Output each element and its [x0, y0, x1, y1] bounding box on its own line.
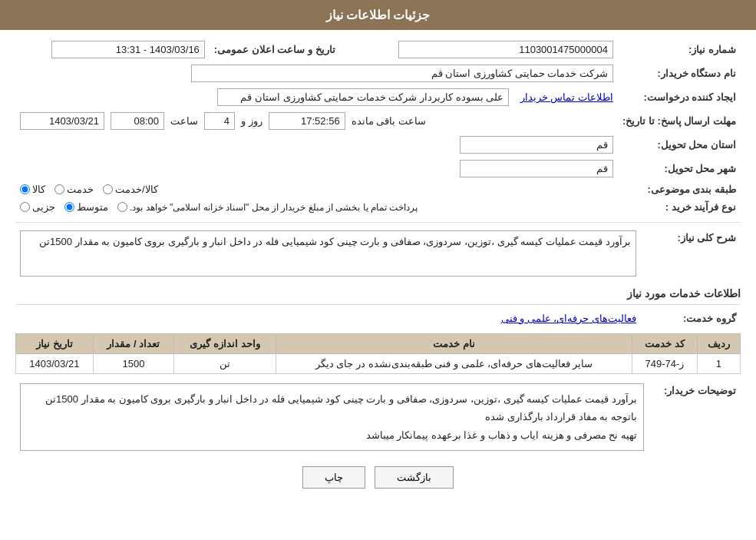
response-day-label: روز و	[241, 115, 262, 127]
service-group-link[interactable]: فعالیت‌های حرفه‌ای، علمی و فنی	[501, 313, 636, 324]
category-radio-khadmat[interactable]	[54, 184, 64, 194]
remaining-time-box: 17:52:56	[269, 112, 345, 130]
cell-unit: تن	[174, 354, 276, 374]
table-row: 1 ز-74-749 سایر فعالیت‌های حرفه‌ای، علمی…	[16, 354, 741, 374]
buyer-name-box: شرکت خدمات حمایتی کشاورزی استان قم	[191, 65, 613, 82]
cell-service-name: سایر فعالیت‌های حرفه‌ای، علمی و فنی طبقه…	[276, 354, 632, 374]
service-group-label: گروه خدمت:	[641, 310, 741, 327]
service-group-value: فعالیت‌های حرفه‌ای، علمی و فنی	[15, 310, 641, 327]
announce-label: تاریخ و ساعت اعلان عمومی:	[210, 38, 351, 61]
buyer-name-value: شرکت خدمات حمایتی کشاورزی استان قم	[15, 61, 618, 85]
description-label: شرح کلی نیاز:	[641, 227, 741, 280]
category-options: کالا/خدمت خدمت کالا	[15, 181, 618, 198]
creator-link[interactable]: اطلاعات تماس خریدار	[520, 91, 613, 103]
response-time-box: 08:00	[111, 112, 164, 130]
city-value: قم	[15, 157, 618, 181]
city-box: قم	[460, 160, 613, 177]
announce-value: 1403/03/16 - 13:31	[15, 38, 210, 61]
request-number-box: 1103001475000004	[398, 41, 613, 58]
response-time-label: ساعت	[170, 115, 198, 127]
col-header-service-name: نام خدمت	[276, 334, 632, 354]
cell-service-code: ز-74-749	[632, 354, 697, 374]
purchase-radio-motavaset[interactable]	[64, 202, 74, 212]
response-days-box: 4	[204, 112, 235, 130]
category-label: طبقه بندی موضوعی:	[618, 181, 741, 198]
page-title: جزئیات اطلاعات نیاز	[326, 8, 431, 22]
purchase-radio-esnad[interactable]	[117, 202, 127, 212]
col-header-quantity: تعداد / مقدار	[93, 334, 173, 354]
page-header: جزئیات اطلاعات نیاز	[0, 0, 756, 30]
creator-box: علی بسوده کاربردار شرکت خدمات حمایتی کشا…	[217, 88, 509, 106]
divider-1	[15, 222, 741, 223]
col-header-service-code: کد خدمت	[632, 334, 697, 354]
creator-value: اطلاعات تماس خریدار علی بسوده کاربردار ش…	[15, 85, 618, 109]
purchase-option-motavaset: متوسط	[64, 201, 108, 213]
buyer-description-value: برآورد قیمت عملیات کیسه گیری ،توزین، سرد…	[15, 380, 649, 454]
action-buttons: بازگشت چاپ	[15, 466, 741, 489]
buyer-description-box: برآورد قیمت عملیات کیسه گیری ،توزین، سرد…	[20, 383, 644, 451]
category-option-kala: کالا	[20, 184, 45, 195]
main-info-table: شماره نیاز: 1103001475000004 تاریخ و ساع…	[15, 38, 741, 216]
category-radio-kala[interactable]	[20, 184, 30, 194]
purchase-option-jozi: جزیی	[20, 201, 55, 213]
request-number-value: 1103001475000004	[351, 38, 618, 61]
category-option-kala-khadmat: کالا/خدمت	[103, 184, 158, 195]
col-header-date: تاریخ نیاز	[16, 334, 94, 354]
buyer-name-label: نام دستگاه خریدار:	[618, 61, 741, 85]
divider-2	[15, 304, 741, 305]
services-data-table: ردیف کد خدمت نام خدمت واحد اندازه گیری ت…	[15, 333, 741, 374]
buyer-description-table: توضیحات خریدار: برآورد قیمت عملیات کیسه …	[15, 380, 741, 454]
col-header-row-num: ردیف	[697, 334, 740, 354]
response-deadline-value: ساعت باقی مانده 17:52:56 روز و 4 ساعت 08…	[15, 109, 618, 133]
response-deadline-label: مهلت ارسال پاسخ: تا تاریخ:	[618, 109, 741, 133]
services-section-title: اطلاعات خدمات مورد نیاز	[15, 287, 741, 300]
category-radio-kala-khadmat[interactable]	[103, 184, 113, 194]
purchase-option-esnad: پرداخت تمام یا بخشی از مبلغ خریدار از مح…	[117, 202, 418, 213]
purchase-type-label: نوع فرآیند خرید :	[618, 198, 741, 216]
purchase-radio-jozi[interactable]	[20, 202, 30, 212]
print-button[interactable]: چاپ	[302, 466, 365, 489]
response-date-box: 1403/03/21	[20, 112, 104, 130]
cell-quantity: 1500	[93, 354, 173, 374]
announce-box: 1403/03/16 - 13:31	[51, 41, 205, 58]
category-option-khadmat: خدمت	[54, 184, 94, 195]
service-group-table: گروه خدمت: فعالیت‌های حرفه‌ای، علمی و فن…	[15, 310, 741, 327]
city-label: شهر محل تحویل:	[618, 157, 741, 181]
buyer-description-label: توضیحات خریدار:	[649, 380, 741, 454]
purchase-type-options: پرداخت تمام یا بخشی از مبلغ خریدار از مح…	[15, 198, 618, 216]
description-value: برآورد قیمت عملیات کیسه گیری ،توزین، سرد…	[15, 227, 641, 280]
cell-date: 1403/03/21	[16, 354, 94, 374]
request-number-label: شماره نیاز:	[618, 38, 741, 61]
province-value: قم	[15, 133, 618, 157]
description-table: شرح کلی نیاز: برآورد قیمت عملیات کیسه گی…	[15, 227, 741, 280]
province-label: استان محل تحویل:	[618, 133, 741, 157]
description-box: برآورد قیمت عملیات کیسه گیری ،توزین، سرد…	[20, 230, 636, 277]
col-header-unit: واحد اندازه گیری	[174, 334, 276, 354]
province-box: قم	[460, 136, 613, 154]
cell-row-num: 1	[697, 354, 740, 374]
back-button[interactable]: بازگشت	[375, 466, 454, 489]
remaining-time-label: ساعت باقی مانده	[352, 115, 426, 127]
creator-label: ایجاد کننده درخواست:	[618, 85, 741, 109]
